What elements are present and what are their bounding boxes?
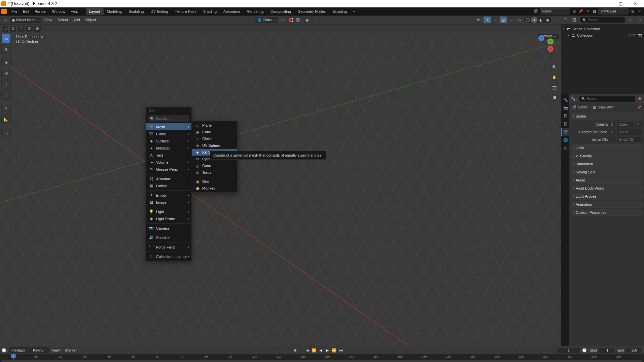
propedit-icon[interactable]: ◉ [303, 17, 311, 23]
shading-rendered[interactable]: ◉ [544, 17, 551, 23]
pan-icon[interactable]: ✋ [550, 73, 559, 81]
close-button[interactable]: ✕ [628, 0, 643, 7]
panel-light-probes[interactable]: ▸Light Probes [571, 193, 643, 200]
add-menu-curve[interactable]: ➰Curve▸ [146, 130, 191, 137]
xray-icon[interactable]: ⊡ [516, 17, 523, 23]
prop-scene-icon[interactable]: 🎬 [561, 128, 569, 136]
scene-delete-button[interactable]: ✕ [584, 8, 591, 14]
visibility-icon[interactable]: 👁⌄ [475, 17, 483, 23]
bg-scene-field[interactable]: Scene [616, 129, 641, 135]
prop-world-icon[interactable]: 🌐 [561, 136, 569, 144]
mesh-menu-uv-sphere[interactable]: ⊕UV Sphere [192, 142, 237, 149]
editor-type-icon[interactable]: ⊞ [1, 17, 9, 23]
gizmo-neg-z[interactable] [539, 53, 543, 57]
tool-select-box[interactable]: ▭ [1, 34, 11, 43]
menu-edit[interactable]: Edit [20, 7, 32, 15]
outliner-tree[interactable]: ▾ 🗀 Scene Collection ▸ 🗀 Collection ☑ 👁 … [561, 24, 644, 94]
disclosure-icon[interactable]: ▸ [568, 34, 570, 37]
add-menu-collection-instance[interactable]: 🗀Collection Instance▸ [146, 253, 191, 260]
add-menu-speaker[interactable]: 🔊Speaker [146, 234, 191, 241]
panel-rigid-body[interactable]: ▸Rigid Body World [571, 185, 643, 192]
tab-texture-paint[interactable]: Texture Paint [171, 8, 200, 15]
disclosure-icon[interactable]: ▾ [563, 27, 565, 31]
timeline-menu-marker[interactable]: Marker [63, 348, 79, 352]
maximize-button[interactable]: ▢ [613, 0, 628, 7]
add-menu-force-field[interactable]: ⋮⋮Force Field▸ [146, 243, 191, 251]
gizmo-neg-y[interactable] [529, 47, 533, 51]
viewport-menu-select[interactable]: Select [55, 18, 70, 22]
viewport-n-panel-toggle[interactable]: ‹ [558, 34, 561, 37]
options-icon[interactable]: ⚙ [637, 97, 643, 101]
editor-type-timeline-icon[interactable]: 🕐⌄ [1, 348, 9, 353]
tab-shading[interactable]: Shading [200, 8, 220, 15]
jump-start-button[interactable]: ⏮ [304, 347, 311, 354]
add-menu-camera[interactable]: 📷Camera [146, 225, 191, 232]
disable-render-icon[interactable]: 📷 [637, 33, 642, 37]
gizmo-z-axis[interactable]: Z [538, 35, 544, 41]
prop-render-icon[interactable]: 📷 [561, 104, 569, 112]
exclude-checkbox[interactable]: ☑ [628, 33, 631, 37]
prop-viewlayer-icon[interactable]: 🖼 [561, 120, 569, 128]
viewlayer-icon[interactable]: 🖼 [591, 8, 597, 14]
tab-rendering[interactable]: Rendering [243, 8, 267, 15]
mesh-menu-grid[interactable]: ▦Grid [192, 178, 237, 185]
scene-picker-icon[interactable]: ⊡ [609, 129, 615, 135]
tool-add-primitive[interactable]: ⬚ [1, 128, 11, 137]
preview-range-icon[interactable]: 🕐 [581, 348, 588, 353]
tab-uv-editing[interactable]: UV Editing [147, 8, 171, 15]
tab-geometry-nodes[interactable]: Geometry Nodes [294, 8, 329, 15]
viewlayer-selector[interactable]: ViewLayer [598, 8, 629, 14]
menu-file[interactable]: File [9, 7, 20, 15]
pin-icon[interactable]: 📌 [637, 105, 641, 109]
tree-collection[interactable]: ▸ 🗀 Collection ☑ 👁 📷 [561, 32, 644, 38]
add-menu-metaball[interactable]: ●Metaball▸ [146, 144, 191, 152]
panel-units[interactable]: ▸Units [571, 144, 643, 152]
scene-selector[interactable]: Scene [540, 8, 570, 14]
zoom-icon[interactable]: 🔍 [550, 63, 559, 71]
play-button[interactable]: ▶ [324, 347, 331, 354]
tab-add-button[interactable]: + [350, 8, 358, 15]
snap-icon[interactable]: 🧲 [287, 17, 295, 23]
playback-menu[interactable]: Playback⌄ [9, 347, 31, 353]
add-menu-surface[interactable]: ◈Surface▸ [146, 137, 191, 144]
menu-help[interactable]: Help [68, 7, 81, 15]
gizmo-x-axis[interactable]: X [547, 46, 553, 52]
add-menu-empty[interactable]: ✛Empty▸ [146, 192, 191, 199]
mesh-menu-torus[interactable]: ◎Torus [192, 169, 237, 176]
editor-type-outliner-icon[interactable]: ☰⌄ [563, 17, 570, 23]
keyframe-next-button[interactable]: ⏩ [331, 347, 337, 354]
viewlayer-delete-button[interactable]: ✕ [636, 8, 642, 14]
overlay-options-icon[interactable]: ⌄ [508, 17, 515, 23]
perspective-icon[interactable]: ⊞ [550, 93, 559, 102]
tab-sculpting[interactable]: Sculpting [125, 8, 147, 15]
menu-render[interactable]: Render [32, 7, 49, 15]
tool-scale[interactable]: ⤢ [1, 79, 11, 89]
add-menu-light[interactable]: 💡Light▸ [146, 208, 191, 215]
tab-scripting[interactable]: Scripting [329, 8, 350, 15]
pivot-icon[interactable]: ⊙⌄ [279, 17, 287, 23]
tool-move[interactable]: ✥ [1, 58, 11, 67]
prop-output-icon[interactable]: 🖼 [561, 112, 569, 120]
gizmo-toggle[interactable]: ✛ [484, 17, 491, 23]
shading-wireframe[interactable]: ◯ [524, 17, 531, 23]
end-frame-input[interactable]: 250 [626, 347, 643, 353]
shading-matprev[interactable]: ◐ [538, 17, 544, 23]
select-mode-5[interactable]: ⊞ [34, 25, 41, 32]
propedit-options-icon[interactable]: ⌄ [312, 17, 319, 23]
select-mode-1[interactable]: ▭ [1, 25, 9, 32]
overlay-toggle[interactable]: ◒ [500, 17, 507, 23]
clip-picker-icon[interactable]: ⊡ [609, 137, 615, 143]
add-menu-text[interactable]: AText [146, 152, 191, 159]
orientation-selector[interactable]: 🌐 Global ⌄ [255, 17, 279, 23]
timeline-menu-view[interactable]: View [49, 348, 62, 352]
hide-viewport-icon[interactable]: 👁 [632, 33, 636, 37]
tab-animation[interactable]: Animation [220, 8, 243, 15]
gravity-checkbox[interactable]: ✓ [576, 154, 579, 158]
gizmo-options-icon[interactable]: ⌄ [492, 17, 499, 23]
autokey-icon[interactable]: ⏺ [292, 348, 298, 352]
select-mode-3[interactable]: ⬚ [17, 25, 25, 32]
panel-keying-sets[interactable]: ▸Keying Sets [571, 168, 643, 176]
minimize-button[interactable]: — [598, 0, 613, 7]
viewlayer-new-button[interactable]: ⊞ [630, 8, 636, 14]
display-mode-icon[interactable]: 🖼⌄ [571, 17, 579, 23]
